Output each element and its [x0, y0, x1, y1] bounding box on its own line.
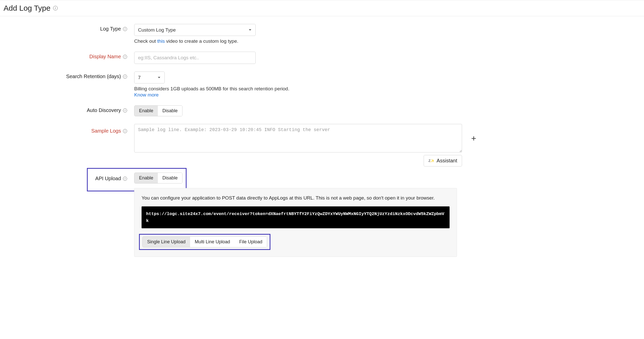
info-icon[interactable]: i	[53, 6, 58, 10]
file-upload-button[interactable]: File Upload	[235, 237, 267, 247]
label-search-retention: Search Retention (days) i	[4, 72, 134, 79]
retention-select[interactable]: 7	[134, 72, 165, 83]
know-more-link[interactable]: Know more	[134, 92, 159, 97]
row-sample-logs: Sample Logs i + Z✨ Assistant	[4, 124, 640, 166]
row-api-panel: You can configure your application to PO…	[4, 188, 640, 257]
select-wrap-retention: 7	[134, 72, 165, 83]
select-wrap-log-type: Custom Log Type	[134, 24, 256, 36]
control-api-upload: Enable Disable	[134, 173, 640, 183]
video-link[interactable]: this	[157, 38, 165, 44]
auto-discovery-disable-button[interactable]: Disable	[158, 106, 182, 116]
help-prefix: Check out	[134, 38, 157, 44]
info-icon[interactable]: i	[123, 55, 127, 59]
page-header: Add Log Type i	[0, 0, 644, 16]
assistant-row: Z✨ Assistant	[134, 155, 462, 166]
single-line-upload-button[interactable]: Single Line Upload	[143, 237, 190, 247]
label-display-name: Display Name i	[4, 52, 134, 60]
info-icon[interactable]: i	[123, 108, 127, 112]
api-upload-toggle: Enable Disable	[134, 173, 182, 183]
help-suffix: video to create a custom log type.	[165, 38, 238, 44]
page-title: Add Log Type	[4, 4, 51, 12]
api-upload-inner-row: API Upload i Enable Disable	[4, 173, 640, 183]
empty-label	[4, 188, 134, 190]
api-url-block[interactable]: https://logc.site24x7.com/event/receiver…	[142, 206, 450, 228]
info-icon[interactable]: i	[123, 75, 127, 79]
sample-wrap: +	[134, 124, 640, 152]
add-sample-button[interactable]: +	[471, 133, 476, 143]
row-log-type: Log Type i Custom Log Type Check out thi…	[4, 24, 640, 44]
auto-discovery-toggle: Enable Disable	[134, 105, 182, 116]
control-log-type: Custom Log Type Check out this video to …	[134, 24, 640, 44]
api-upload-disable-button[interactable]: Disable	[158, 173, 182, 183]
log-type-help: Check out this video to create a custom …	[134, 38, 640, 44]
row-search-retention: Search Retention (days) i 7 Billing cons…	[4, 72, 640, 98]
retention-help: Billing considers 1GB uploads as 500MB f…	[134, 86, 640, 92]
control-display-name	[134, 52, 640, 64]
label-auto-discovery: Auto Discovery i	[4, 105, 134, 113]
label-api-upload: API Upload i	[4, 173, 134, 181]
info-icon[interactable]: i	[123, 177, 127, 181]
api-panel: You can configure your application to PO…	[134, 188, 457, 257]
assistant-button[interactable]: Z✨ Assistant	[424, 155, 462, 166]
api-upload-enable-button[interactable]: Enable	[134, 173, 158, 183]
label-text-log-type: Log Type	[100, 26, 121, 32]
row-api-upload: API Upload i Enable Disable	[4, 168, 640, 188]
form-container: Log Type i Custom Log Type Check out thi…	[0, 16, 644, 257]
label-text-api-upload: API Upload	[95, 176, 121, 181]
control-api-panel: You can configure your application to PO…	[134, 188, 640, 257]
label-text-auto-discovery: Auto Discovery	[87, 107, 121, 113]
auto-discovery-enable-button[interactable]: Enable	[134, 106, 158, 116]
assistant-label: Assistant	[437, 158, 457, 164]
row-display-name: Display Name i	[4, 52, 640, 64]
assistant-icon: Z✨	[428, 159, 434, 163]
control-sample-logs: + Z✨ Assistant	[134, 124, 640, 166]
retention-know-more-row: Know more	[134, 92, 640, 98]
log-type-select[interactable]: Custom Log Type	[134, 24, 256, 36]
label-text-sample-logs: Sample Logs	[91, 128, 121, 134]
label-text-display-name: Display Name	[89, 54, 121, 60]
label-text-search-retention: Search Retention (days)	[66, 74, 121, 79]
display-name-input[interactable]	[134, 52, 256, 64]
control-search-retention: 7 Billing considers 1GB uploads as 500MB…	[134, 72, 640, 98]
sample-logs-textarea[interactable]	[134, 124, 462, 152]
upload-mode-wrap: Single Line Upload Multi Line Upload Fil…	[142, 234, 268, 249]
label-log-type: Log Type i	[4, 24, 134, 32]
api-description: You can configure your application to PO…	[142, 194, 450, 202]
info-icon[interactable]: i	[123, 129, 127, 133]
control-auto-discovery: Enable Disable	[134, 105, 640, 116]
info-icon[interactable]: i	[123, 27, 127, 31]
row-auto-discovery: Auto Discovery i Enable Disable	[4, 105, 640, 116]
multi-line-upload-button[interactable]: Multi Line Upload	[190, 237, 235, 247]
label-sample-logs: Sample Logs i	[4, 124, 134, 134]
upload-mode-toggle: Single Line Upload Multi Line Upload Fil…	[142, 236, 267, 247]
